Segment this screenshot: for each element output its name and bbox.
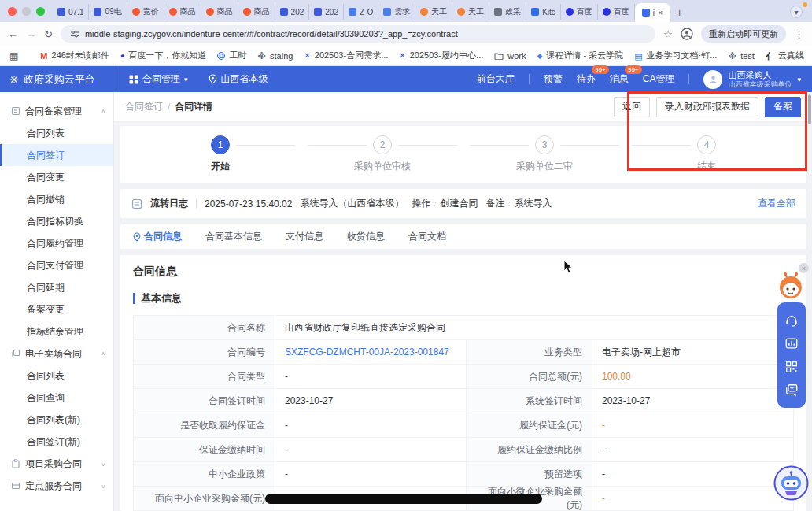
customer-service-icon[interactable] [784, 313, 799, 328]
user-menu[interactable]: 山西采购人 山西省本级采购单位 ▾ [703, 70, 801, 89]
page-scrollbar[interactable] [808, 94, 811, 124]
tab-delivery-info[interactable]: 收货信息 [347, 230, 385, 243]
sidebar-item-indicator-balance[interactable]: 指标结余管理 [0, 320, 113, 343]
front-hall-link[interactable]: 前台大厅 [477, 72, 515, 86]
contract-number-link[interactable]: SXZFCG-DZMCHT-00JA-2023-001847 [275, 340, 467, 365]
browser-tab[interactable]: 竞价 [127, 4, 164, 20]
bookmark-gmail[interactable]: M246封未读邮件 [40, 50, 109, 61]
browser-tab[interactable]: 202 [275, 4, 310, 20]
sidebar-group-fixed-service-contract[interactable]: 定点服务合同 ∨ [0, 475, 113, 497]
tab-search-chevron-icon[interactable]: ▾ [790, 6, 803, 18]
browser-tab-active[interactable]: i × [635, 3, 670, 22]
browser-menu-icon[interactable]: ⋮ [794, 28, 804, 40]
bookmark-contract-req[interactable]: ✕202503-合同需求... [304, 50, 388, 61]
sidebar-item-payment-mgmt[interactable]: 合同支付管理 [0, 254, 113, 276]
back-icon[interactable]: ← [8, 28, 18, 40]
org-selector[interactable]: 山西省本级 [209, 72, 268, 86]
bookmark-star-icon[interactable]: ☆ [663, 28, 673, 40]
minimize-window-icon[interactable] [22, 7, 31, 16]
window-controls [8, 0, 53, 22]
browser-tab[interactable]: 天工 [415, 4, 452, 20]
bookmark-fulfill-center[interactable]: ✕202503-履约中心... [399, 50, 483, 61]
zcy-favicon [314, 8, 322, 16]
app-switcher[interactable]: 合同管理 ▾ [129, 72, 188, 86]
bookmark-staging[interactable]: ※staing [257, 51, 293, 61]
location-pin-icon [133, 232, 141, 242]
sidebar-item-contract-change[interactable]: 合同变更 [0, 166, 113, 188]
close-tab-icon[interactable]: × [658, 8, 663, 17]
sidebar-item-contract-signing-new[interactable]: 合同签订(新) [0, 431, 113, 453]
step-label: 采购单位二审 [463, 160, 626, 173]
bookmark-worktime[interactable]: D工时 [217, 50, 246, 61]
mascot-robot-icon[interactable] [777, 272, 805, 304]
view-all-link[interactable]: 查看全部 [758, 197, 795, 210]
breadcrumb-parent[interactable]: 合同签订 [125, 100, 163, 113]
browser-tab[interactable]: 09电 [89, 4, 127, 20]
browser-tab[interactable]: 百度 [598, 4, 635, 20]
sidebar-item-indicator-switch[interactable]: 合同指标切换 [0, 210, 113, 232]
browser-tab[interactable]: 百度 [561, 4, 598, 20]
sidebar-item-contract-query[interactable]: 合同查询 [0, 387, 113, 409]
sidebar-item-contract-list[interactable]: 合同列表 [0, 122, 113, 144]
bookmark-folder-work[interactable]: work [494, 51, 526, 61]
browser-tab[interactable]: 07.1 [53, 4, 89, 20]
tab-contract-docs[interactable]: 合同文档 [408, 230, 446, 243]
sidebar-item-contract-list-new[interactable]: 合同列表(新) [0, 409, 113, 431]
tab-label: i [653, 9, 655, 17]
bookmark-label: 202503-合同需求... [315, 50, 389, 61]
sidebar-group-emall-contract[interactable]: 电子卖场合同 ∧ [0, 343, 113, 365]
tab-payment-info[interactable]: 支付信息 [286, 230, 323, 243]
browser-tab[interactable]: Kitc [526, 4, 561, 20]
zcy-favicon [494, 8, 502, 16]
reload-icon[interactable]: ↻ [44, 28, 53, 40]
bookmark-baidu[interactable]: ●百度一下，你就知道 [120, 50, 206, 61]
back-button[interactable]: 返回 [614, 97, 650, 117]
site-settings-icon[interactable] [70, 29, 79, 39]
browser-tab[interactable]: 天工 [452, 4, 489, 20]
field-value: - [592, 413, 793, 438]
sidebar-group-project-contract[interactable]: 项目采购合同 ∨ [0, 453, 113, 475]
brand[interactable]: ※ 政府采购云平台 [0, 66, 116, 92]
sidebar-item-emall-contract-list[interactable]: 合同列表 [0, 365, 113, 387]
message-link[interactable]: 消息99+ [610, 72, 629, 86]
bookmark-course[interactable]: ◆课程详情 - 采云学院 [537, 50, 623, 61]
bookmark-doc[interactable]: ▤业务学习文档·钉... [634, 50, 717, 61]
bookmark-test[interactable]: ※test [728, 51, 754, 61]
qr-code-icon[interactable] [784, 360, 799, 374]
browser-tab[interactable]: 商品 [238, 4, 275, 20]
bookmark-cloud-device[interactable]: 亻云真线 [766, 50, 804, 61]
feedback-chat-icon[interactable] [784, 383, 799, 397]
divider [688, 74, 689, 84]
sidebar-item-contract-cancel[interactable]: 合同撤销 [0, 188, 113, 210]
browser-tab[interactable]: 商品 [201, 4, 238, 20]
browser-tab[interactable]: 需求 [378, 4, 415, 20]
url-bar[interactable]: middle-staging.zcygov.cn/indenture-cente… [61, 25, 655, 43]
fiscal-report-button[interactable]: 录入财政部报表数据 [656, 97, 758, 117]
sidebar-item-contract-extension[interactable]: 合同延期 [0, 276, 113, 298]
ai-assistant-button[interactable] [773, 465, 809, 504]
browser-tab[interactable]: 商品 [164, 4, 201, 20]
ca-management-link[interactable]: CA管理 [643, 72, 675, 86]
sidebar-item-record-change[interactable]: 备案变更 [0, 298, 113, 320]
warning-link[interactable]: 预警 [544, 72, 563, 86]
browser-tab[interactable]: Z-O [344, 4, 378, 20]
new-tab-button[interactable]: + [670, 6, 689, 19]
tab-contract-info[interactable]: 合同信息 [133, 230, 182, 243]
browser-tab[interactable]: 202 [309, 4, 344, 20]
apps-grid-icon[interactable]: ▦ [9, 52, 18, 60]
chrome-update-button[interactable]: 重新启动即可更新 [701, 25, 786, 43]
main-area: 合同签订 / 合同详情 返回 录入财政部报表数据 备案 1 开始 [114, 92, 812, 511]
report-chart-icon[interactable] [784, 336, 799, 350]
sidebar-item-fulfillment-mgmt[interactable]: 合同履约管理 [0, 232, 113, 254]
close-window-icon[interactable] [8, 7, 17, 16]
todo-link[interactable]: 待办99+ [577, 72, 596, 86]
sidebar-group-contract-record[interactable]: 合同备案管理 ∧ [0, 100, 113, 122]
forward-icon[interactable]: → [26, 28, 36, 40]
zoom-window-icon[interactable] [36, 7, 45, 16]
record-button[interactable]: 备案 [765, 97, 801, 117]
tab-contract-basic-info[interactable]: 合同基本信息 [205, 230, 262, 243]
sidebar-item-contract-signing[interactable]: 合同签订 [0, 144, 113, 166]
browser-tab[interactable]: 政采 [489, 4, 526, 20]
profile-icon[interactable] [681, 28, 693, 40]
browser-address-bar: ← → ↻ middle-staging.zcygov.cn/indenture… [0, 22, 812, 46]
